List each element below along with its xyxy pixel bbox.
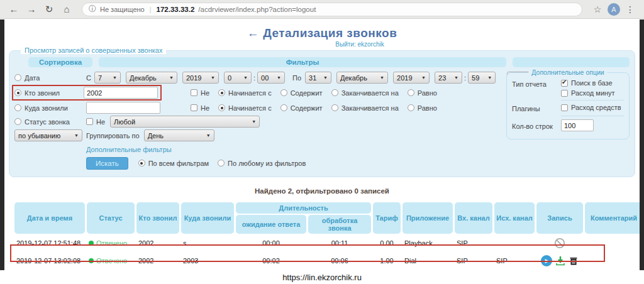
from-year-select[interactable]: 2019▼ [182,72,219,84]
home-icon[interactable]: ⌂ [59,2,74,17]
to-month-value: Декабрь [340,74,367,82]
status-not-checkbox[interactable] [86,118,93,125]
col-application[interactable]: Приложение [402,202,453,234]
caller-ends-radio[interactable] [331,89,338,96]
profile-avatar[interactable]: A [608,3,620,16]
info-icon[interactable]: ⓘ [89,4,96,14]
address-bar[interactable]: ⓘ Не защищено | 172.33.33.2/acdrviewer/i… [82,3,582,16]
chevron-down-icon: ▼ [421,75,426,80]
delete-record-icon[interactable] [569,256,579,266]
to-year-select[interactable]: 2019▼ [393,72,430,84]
to-minute-select[interactable]: 59▼ [468,72,496,84]
table-row[interactable]: 2019-12-07 12:51:48 Отвечено 2002 s 00:0… [14,235,643,251]
cell-wait: 00:02 [236,253,306,269]
col-status[interactable]: Статус [87,202,135,234]
callee-not-checkbox[interactable] [191,104,197,111]
status-select[interactable]: Любой▼ [110,116,260,128]
cell-out-channel: SIP [494,253,535,269]
logout-link[interactable]: Выйти: ekzorchik [335,41,384,48]
bookmark-star-icon[interactable]: ☆ [590,2,605,17]
cell-datetime: 2019-12-07 13:02:08 [14,253,85,269]
cell-callee: 2003 [181,253,234,269]
reload-icon[interactable]: ↻ [42,2,57,17]
sort-header: Сортировка [28,57,92,67]
callee-contains-radio[interactable] [280,104,287,111]
caller-input[interactable] [84,87,158,99]
any-filter-label: По любому из фильтров [228,160,306,167]
plugins-label: Плагины [512,104,561,112]
sort-direction-value: по убыванию [18,132,60,139]
caller-equals-radio[interactable] [408,89,414,96]
any-filter-radio[interactable] [218,160,225,167]
col-processing[interactable]: обработка звонка [308,215,371,234]
from-month-select[interactable]: Декабрь▼ [126,72,177,84]
sort-status-radio[interactable] [14,118,21,125]
from-day-select[interactable]: 7▼ [94,72,121,84]
minutes-usage-checkbox[interactable] [561,90,568,97]
caller-not-checkbox[interactable] [191,89,197,96]
table-row[interactable]: 2019-12-07 13:02:08 Отвечено 2002 2003 0… [14,253,643,269]
cell-status-text: Отвечено [96,257,127,265]
from-hour-select[interactable]: 0▼ [224,72,252,84]
play-record-icon[interactable]: ▶ [541,255,552,266]
back-icon[interactable]: ← [6,2,21,17]
callee-input[interactable] [86,102,160,114]
callee-not-label: Не [201,104,209,112]
search-button[interactable]: Искать [86,157,128,170]
filter-row-extra: Дополнительные фильтры [14,143,499,156]
to-month-select[interactable]: Декабрь▼ [336,72,388,84]
to-minute-value: 59 [472,74,479,82]
search-in-db-checkbox[interactable] [561,80,568,87]
sort-callee-radio[interactable] [14,104,21,111]
col-tariff[interactable]: Тариф [373,202,401,234]
col-record[interactable]: Запись [536,202,583,234]
rows-count-input[interactable] [561,119,594,131]
caller-contains-radio[interactable] [280,89,287,96]
page-content: ←Детализация звонков Выйти: ekzorchik Пр… [0,19,644,284]
site-url: https://lin.ekzorchik.ru [282,273,362,282]
from-hour-value: 0 [228,74,231,82]
status-not-label: Не [96,118,105,126]
cell-status: Отвечено [87,235,135,251]
group-by-select[interactable]: День▼ [144,129,214,141]
download-record-icon[interactable] [555,256,565,266]
from-minute-select[interactable]: 00▼ [257,72,285,84]
rows-count-label: Кол-во строк [512,121,561,130]
chevron-down-icon: ▼ [113,75,117,80]
sort-caller-radio[interactable] [14,89,21,96]
cell-comment [585,253,643,269]
col-wait[interactable]: ожидание ответа [236,215,306,234]
cell-record [536,235,583,251]
callee-ends-radio[interactable] [331,104,338,111]
col-datetime[interactable]: Дата и время [14,202,85,234]
report-type-label: Тип отчета [512,79,561,88]
col-in-channel[interactable]: Вх. канал [455,202,492,234]
extra-filters-link[interactable]: Дополнительные фильтры [86,146,172,153]
additional-options-panel: Дополнительные опции Тип отчета Поиск в … [506,72,630,139]
browser-menu-icon[interactable]: ⋮ [623,2,638,17]
cell-caller: 2002 [136,253,179,269]
col-out-channel[interactable]: Исх. канал [494,202,535,234]
col-callee[interactable]: Куда звонили [181,202,234,234]
sort-date-radio[interactable] [14,74,21,81]
title-back-link[interactable]: ← [247,26,260,40]
to-time-separator: : [464,74,466,82]
callee-equals-radio[interactable] [408,104,414,111]
options-header-bar [513,57,630,67]
funds-usage-checkbox[interactable] [561,104,568,111]
caller-starts-radio[interactable] [218,89,225,96]
chevron-down-icon: ▼ [277,75,281,80]
minutes-usage-label: Расход минут [571,89,615,97]
cell-callee: s [181,235,234,251]
callee-starts-radio[interactable] [218,104,225,111]
to-hour-select[interactable]: 23▼ [435,72,462,84]
all-filters-radio[interactable] [138,160,145,167]
to-day-select[interactable]: 31▼ [305,72,331,84]
filter-row-callee: Куда звонили Не Начинается с Содержит За… [14,101,499,114]
filter-row-group: по убыванию▼ Группировать по День▼ [14,129,499,142]
col-caller[interactable]: Кто звонил [136,202,179,234]
forward-icon[interactable]: → [24,2,39,17]
col-comment[interactable]: Комментарий [585,202,643,234]
from-day-value: 7 [98,74,102,82]
sort-direction-select[interactable]: по убыванию▼ [14,129,82,141]
